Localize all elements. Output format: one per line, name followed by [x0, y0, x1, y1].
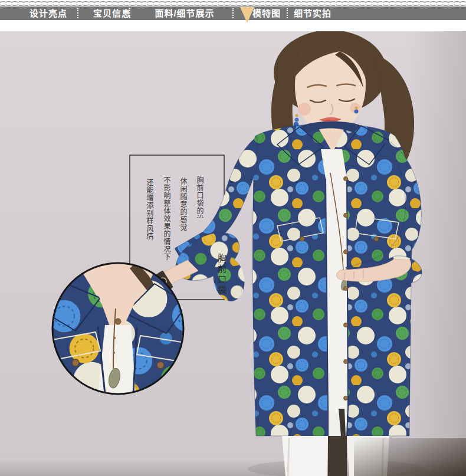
- tab-separator: [77, 8, 78, 18]
- page-container: 设计亮点 宝贝信息 面料/细节展示 模特图 细节实拍: [0, 0, 466, 476]
- chain-border-icon: [0, 1, 466, 6]
- section-nav-bar: 设计亮点 宝贝信息 面料/细节展示 模特图 细节实拍: [0, 6, 466, 20]
- pocket-label: 胸前口袋: [215, 254, 228, 296]
- annotation-line-3: 不影响整体效果的情况下: [162, 176, 171, 261]
- tab-detail-shots[interactable]: 细节实拍: [294, 6, 332, 20]
- tab-model-photos[interactable]: 模特图: [252, 6, 281, 20]
- tab-fabric-details[interactable]: 面料/细节展示: [155, 6, 214, 20]
- annotation-line-1: 胸前口袋的设计: [195, 176, 204, 218]
- annotation-line-4: 还能增添别样风情: [145, 179, 154, 240]
- corner-shadow: [354, 438, 466, 476]
- annotation-line-2: 休闲随意的感觉: [178, 178, 188, 231]
- tab-separator: [129, 8, 130, 18]
- tab-product-info[interactable]: 宝贝信息: [93, 6, 131, 20]
- tab-separator: [232, 8, 234, 18]
- tab-design-highlights[interactable]: 设计亮点: [29, 6, 67, 20]
- tab-separator: [287, 8, 288, 18]
- model-photo: [0, 31, 466, 476]
- down-triangle-icon: [240, 7, 254, 23]
